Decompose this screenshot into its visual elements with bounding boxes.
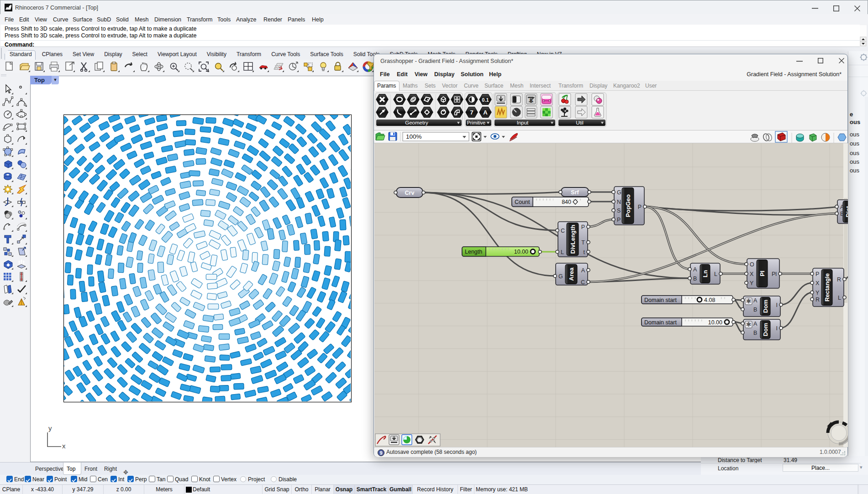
svg-text:Y: Y — [815, 290, 820, 296]
svg-text:x: x — [62, 442, 66, 449]
svg-text:✱: ✱ — [746, 297, 752, 305]
svg-text:PI: PI — [759, 270, 766, 276]
svg-text:Domain start: Domain start — [644, 297, 677, 303]
svg-text:R: R — [837, 276, 841, 283]
svg-text:10.00: 10.00 — [708, 319, 722, 326]
svg-text:840: 840 — [562, 199, 571, 205]
svg-text:100%: 100% — [406, 133, 422, 140]
svg-text:0.1: 0.1 — [482, 97, 489, 103]
svg-text:4.08: 4.08 — [704, 297, 715, 303]
svg-text:Util: Util — [576, 120, 584, 125]
svg-text:C: C — [561, 228, 565, 234]
svg-text:O: O — [750, 261, 754, 268]
svg-text:Area: Area — [568, 267, 575, 281]
svg-text:Dist: Dist — [845, 206, 848, 217]
svg-text:Count: Count — [515, 199, 530, 205]
svg-text:X: X — [815, 280, 820, 286]
svg-text:B: B — [693, 276, 697, 282]
svg-text:L: L — [838, 295, 841, 301]
svg-text:L: L — [561, 249, 564, 255]
svg-text:9: 9 — [379, 450, 382, 456]
svg-text:A: A — [483, 109, 488, 116]
svg-text:Pl: Pl — [772, 271, 777, 277]
svg-text:P: P — [815, 271, 819, 277]
svg-text:PopGeo: PopGeo — [625, 194, 631, 217]
svg-text:Srf: Srf — [571, 189, 579, 196]
svg-text:Y: Y — [750, 280, 754, 286]
svg-text:B: B — [753, 307, 757, 313]
svg-text:A: A — [581, 267, 585, 274]
svg-text:A: A — [840, 204, 844, 210]
svg-text:7: 7 — [470, 109, 473, 116]
svg-text:Dom: Dom — [762, 300, 769, 313]
svg-text:DivLength: DivLength — [569, 225, 576, 254]
svg-text:S: S — [617, 208, 621, 214]
svg-text:A: A — [693, 266, 697, 273]
svg-text:Geometry: Geometry — [405, 120, 428, 125]
svg-text:C: C — [581, 279, 585, 286]
svg-text:G: G — [558, 273, 563, 280]
svg-text:y: y — [48, 424, 52, 432]
svg-text:t: t — [584, 249, 585, 255]
svg-text:P: P — [638, 204, 642, 210]
svg-text:P: P — [581, 224, 585, 230]
svg-text:Primitive: Primitive — [467, 120, 485, 125]
svg-text:Dom: Dom — [762, 323, 769, 336]
svg-text:Domain start: Domain start — [644, 319, 677, 326]
svg-text:G: G — [617, 189, 621, 196]
svg-text:✱: ✱ — [746, 321, 752, 328]
svg-text:Crv: Crv — [405, 190, 415, 196]
svg-text:I: I — [776, 302, 778, 308]
svg-text:B: B — [753, 330, 757, 336]
svg-text:I: I — [776, 325, 778, 332]
svg-text:B: B — [840, 211, 844, 217]
svg-text:A: A — [753, 297, 758, 304]
svg-text:Rectangle: Rectangle — [824, 273, 831, 302]
svg-text:A: A — [753, 321, 758, 327]
svg-text:Input: Input — [517, 120, 529, 125]
svg-text:N: N — [617, 199, 621, 205]
svg-text:X: X — [750, 271, 754, 277]
svg-text:Ln: Ln — [702, 270, 709, 277]
svg-text:P: P — [617, 217, 621, 223]
svg-text:L: L — [714, 271, 717, 277]
svg-text:Length: Length — [465, 249, 482, 255]
svg-text:T: T — [581, 239, 585, 246]
svg-text:R: R — [815, 296, 820, 303]
svg-text:10.00: 10.00 — [514, 249, 528, 255]
